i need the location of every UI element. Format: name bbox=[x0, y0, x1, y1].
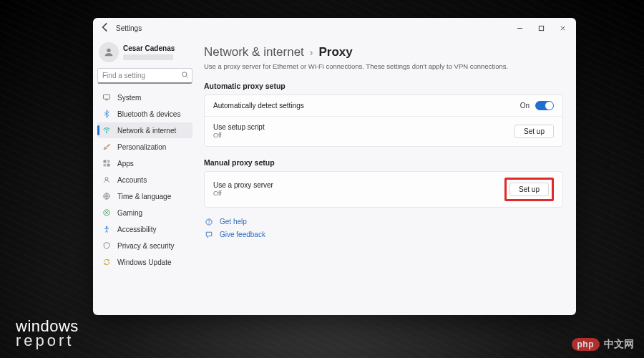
person-icon bbox=[103, 47, 114, 58]
update-icon bbox=[102, 258, 112, 266]
auto-detect-toggle[interactable] bbox=[535, 101, 554, 110]
svg-rect-6 bbox=[107, 160, 110, 163]
page-title: Proxy bbox=[319, 45, 353, 59]
manual-proxy-card: Use a proxy server Off Set up bbox=[204, 171, 563, 208]
svg-rect-0 bbox=[539, 26, 543, 30]
sidebar-item-label: Privacy & security bbox=[117, 242, 174, 250]
nav: System Bluetooth & devices Network & int… bbox=[97, 90, 192, 270]
sidebar-item-windows-update[interactable]: Windows Update bbox=[97, 254, 192, 270]
sidebar-item-system[interactable]: System bbox=[97, 90, 192, 105]
search-wrap bbox=[97, 68, 192, 84]
chevron-right-icon: › bbox=[310, 47, 313, 58]
shield-icon bbox=[102, 241, 112, 250]
row-auto-detect: Automatically detect settings On bbox=[205, 95, 562, 116]
row-label: Use setup script bbox=[213, 122, 265, 132]
sidebar-item-personalization[interactable]: Personalization bbox=[97, 139, 192, 155]
help-links: Get help Give feedback bbox=[204, 218, 563, 239]
brush-icon bbox=[102, 142, 112, 151]
row-label: Automatically detect settings bbox=[213, 101, 304, 110]
accounts-icon bbox=[102, 175, 112, 184]
section-title-auto: Automatic proxy setup bbox=[204, 82, 563, 90]
accessibility-icon bbox=[102, 225, 112, 233]
row-setup-script: Use setup script Off Set up bbox=[205, 116, 562, 146]
svg-point-1 bbox=[107, 49, 110, 52]
maximize-icon bbox=[538, 25, 545, 32]
help-icon bbox=[204, 218, 214, 226]
sidebar-item-gaming[interactable]: Gaming bbox=[97, 205, 192, 221]
page-description: Use a proxy server for Ethernet or Wi-Fi… bbox=[204, 62, 563, 70]
system-icon bbox=[102, 93, 112, 102]
main-content: Network & internet › Proxy Use a proxy s… bbox=[197, 38, 576, 315]
user-meta: Cesar Cadenas bbox=[123, 44, 175, 60]
wm-line2: report bbox=[16, 334, 79, 348]
row-sublabel: Off bbox=[213, 190, 273, 198]
search-input[interactable] bbox=[97, 68, 192, 84]
user-name: Cesar Cadenas bbox=[123, 44, 175, 53]
breadcrumb: Network & internet › Proxy bbox=[204, 45, 563, 59]
toggle-state: On bbox=[520, 102, 530, 110]
sidebar-item-label: Time & language bbox=[117, 193, 171, 200]
svg-rect-3 bbox=[104, 95, 110, 99]
get-help-link[interactable]: Get help bbox=[204, 218, 563, 226]
sidebar-item-label: Windows Update bbox=[117, 258, 172, 266]
settings-window: Settings Cesar Cadenas bbox=[93, 18, 576, 315]
wifi-icon bbox=[102, 126, 112, 135]
sidebar-item-label: Network & internet bbox=[117, 127, 176, 135]
sidebar-item-label: Personalization bbox=[117, 143, 166, 151]
sidebar-item-label: Accessibility bbox=[117, 226, 156, 233]
svg-point-12 bbox=[106, 226, 107, 228]
row-label: Use a proxy server bbox=[213, 180, 273, 190]
setup-script-button[interactable]: Set up bbox=[514, 125, 554, 138]
back-button[interactable] bbox=[99, 21, 112, 35]
sidebar-item-apps[interactable]: Apps bbox=[97, 155, 192, 171]
apps-icon bbox=[102, 159, 112, 168]
svg-rect-5 bbox=[104, 160, 107, 163]
feedback-icon bbox=[204, 231, 214, 239]
use-proxy-setup-button[interactable]: Set up bbox=[509, 183, 549, 196]
wm-badge: php bbox=[572, 338, 600, 351]
svg-point-14 bbox=[208, 223, 209, 224]
gaming-icon bbox=[102, 208, 112, 217]
link-label: Give feedback bbox=[220, 231, 265, 238]
avatar bbox=[99, 42, 119, 62]
section-title-manual: Manual proxy setup bbox=[204, 158, 563, 167]
maximize-button[interactable] bbox=[530, 18, 552, 38]
svg-point-4 bbox=[106, 132, 107, 134]
globe-icon bbox=[102, 192, 112, 200]
sidebar-item-bluetooth[interactable]: Bluetooth & devices bbox=[97, 106, 192, 122]
user-email-redacted bbox=[123, 54, 173, 60]
link-label: Get help bbox=[220, 218, 247, 226]
bluetooth-icon bbox=[102, 110, 112, 118]
close-button[interactable] bbox=[552, 18, 573, 38]
sidebar-item-label: Accounts bbox=[117, 176, 147, 184]
wm-text: 中文网 bbox=[604, 338, 634, 351]
sidebar-item-label: System bbox=[117, 94, 141, 102]
window-title: Settings bbox=[116, 24, 142, 32]
sidebar: Cesar Cadenas System Bluetooth & devices bbox=[93, 38, 197, 315]
breadcrumb-parent[interactable]: Network & internet bbox=[204, 45, 304, 59]
row-sublabel: Off bbox=[213, 132, 265, 140]
sidebar-item-accounts[interactable]: Accounts bbox=[97, 172, 192, 188]
svg-point-9 bbox=[105, 178, 108, 180]
sidebar-item-label: Bluetooth & devices bbox=[117, 110, 180, 118]
sidebar-item-label: Gaming bbox=[117, 209, 142, 217]
arrow-left-icon bbox=[99, 21, 112, 34]
give-feedback-link[interactable]: Give feedback bbox=[204, 231, 563, 239]
minimize-button[interactable] bbox=[509, 18, 530, 38]
sidebar-item-network[interactable]: Network & internet bbox=[97, 122, 192, 138]
svg-point-2 bbox=[182, 72, 187, 77]
minimize-icon bbox=[517, 25, 523, 32]
sidebar-item-label: Apps bbox=[117, 160, 134, 168]
row-use-proxy: Use a proxy server Off Set up bbox=[205, 172, 562, 207]
search-icon bbox=[181, 71, 189, 80]
user-card[interactable]: Cesar Cadenas bbox=[97, 41, 192, 67]
auto-proxy-card: Automatically detect settings On Use set… bbox=[204, 95, 563, 147]
highlight-annotation: Set up bbox=[504, 178, 554, 201]
watermark-php: php 中文网 bbox=[572, 338, 635, 351]
titlebar: Settings bbox=[93, 18, 576, 38]
sidebar-item-time-language[interactable]: Time & language bbox=[97, 188, 192, 204]
sidebar-item-privacy[interactable]: Privacy & security bbox=[97, 238, 192, 253]
sidebar-item-accessibility[interactable]: Accessibility bbox=[97, 221, 192, 237]
watermark-windows-report: windows report bbox=[16, 319, 79, 348]
close-icon bbox=[560, 25, 566, 32]
